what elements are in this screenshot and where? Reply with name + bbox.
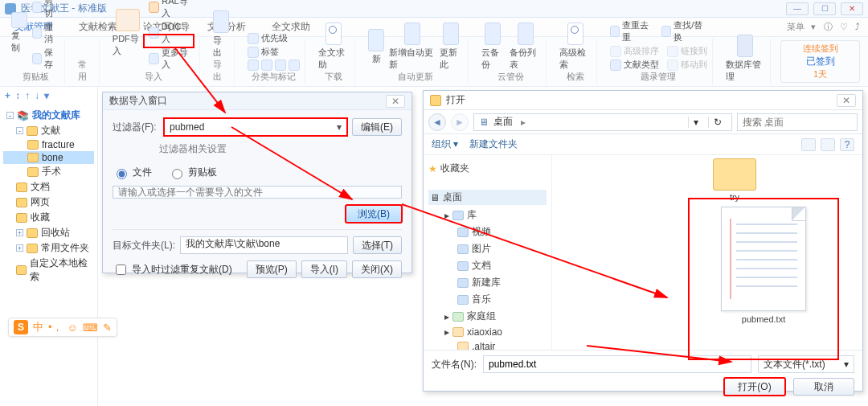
file-nav-tree[interactable]: ★收藏夹 🖥桌面 ▸库 视频 图片 文档 新建库 音乐 ▸家庭组 ▸xiaoxi…	[424, 155, 552, 350]
common-group-label: 常用	[78, 59, 94, 83]
expand-icon[interactable]: -	[16, 127, 23, 134]
tree-item[interactable]: 手术	[42, 165, 61, 178]
dialog-titlebar[interactable]: 数据导入窗口 ✕	[103, 92, 411, 110]
opt-file-radio[interactable]	[117, 169, 127, 179]
expand-icon[interactable]: +	[16, 244, 23, 252]
tag-button[interactable]: 标签	[248, 46, 279, 58]
sidebar-toolbar[interactable]: +↕↑↓▾	[0, 87, 97, 105]
close-button[interactable]: ✕	[841, 2, 863, 15]
select-target-button[interactable]: 选择(T)	[353, 236, 402, 254]
new-button[interactable]: 新	[368, 29, 384, 65]
export-button[interactable]: 导出	[213, 10, 229, 59]
more-import-button[interactable]: 更多导入	[149, 47, 194, 71]
docs-node[interactable]: 文档	[428, 257, 547, 274]
adv-search-button[interactable]: 高级检索	[559, 23, 591, 71]
folder-icon	[16, 198, 27, 207]
pics-node[interactable]: 图片	[428, 240, 547, 257]
breadcrumb[interactable]: 🖥 桌面 ▸ ▾ ↻	[473, 113, 732, 131]
preview-button[interactable]: 预览(P)	[247, 260, 297, 278]
search-group-label: 检索	[567, 71, 584, 83]
cloud-backup-button[interactable]: 云备份	[481, 23, 505, 71]
new-folder-button[interactable]: 新建文件夹	[469, 137, 518, 151]
homegroup-node[interactable]: ▸家庭组	[428, 308, 547, 325]
sign-hint: 连续签到	[803, 43, 838, 55]
pdf-import-button[interactable]: PDF导入	[113, 9, 144, 57]
db-manage-button[interactable]: 数据库管理	[726, 35, 765, 83]
folder-item-try[interactable]: try	[713, 158, 756, 202]
filter-combobox[interactable]: pubmed ▾	[164, 118, 347, 136]
fulltext-button[interactable]: 全文求助	[318, 23, 350, 71]
folder-tree[interactable]: -📚我的文献库 -文献 fracture bone 手术 文档 网页 收藏 +回…	[0, 105, 97, 288]
copy-button[interactable]: 复制	[11, 12, 27, 54]
maximize-button[interactable]: ☐	[813, 2, 836, 15]
back-button[interactable]: ◄	[428, 113, 446, 131]
chevron-down-icon[interactable]: ▾	[337, 121, 342, 133]
tree-root[interactable]: 我的文献库	[32, 109, 80, 122]
file-cancel-button[interactable]: 取消	[793, 378, 854, 396]
file-dialog-close-button[interactable]: ✕	[837, 94, 856, 107]
file-dialog-toolbar: 组织 ▾ 新建文件夹 ?	[424, 134, 862, 155]
ref-type-button[interactable]: 文献类型	[610, 59, 659, 71]
file-item-pubmed[interactable]	[721, 207, 806, 311]
desktop-node[interactable]: 🖥桌面	[428, 190, 547, 205]
import-button[interactable]: 导入(I)	[301, 260, 347, 278]
dialog-close-button[interactable]: ✕	[386, 95, 405, 108]
music-node[interactable]: 音乐	[428, 291, 547, 308]
altair-node[interactable]: .altair	[428, 339, 547, 350]
ribbon: 复制 剪切 撤消 保存 剪贴板 常用 PDF导入 RAL导入 DOC导入 更多导…	[0, 37, 868, 87]
icons-row[interactable]	[248, 59, 300, 71]
filter-setting-link[interactable]: 过滤器相关设置	[113, 142, 402, 156]
opt-clipboard-radio[interactable]	[172, 169, 182, 179]
update-this-button[interactable]: 更新此	[440, 23, 463, 71]
minimize-button[interactable]: —	[786, 2, 809, 15]
view-mode-button[interactable]	[801, 138, 816, 151]
favorites-group[interactable]: ★收藏夹	[428, 162, 547, 175]
tree-item[interactable]: 常用文件夹	[41, 241, 89, 255]
file-list-area[interactable]: try pubmed.txt	[552, 155, 862, 350]
file-open-button[interactable]: 打开(O)	[724, 378, 785, 396]
ribbon-group-clipboard: 复制 剪切 撤消 保存 剪贴板	[6, 39, 65, 84]
sign-panel[interactable]: 连续签到 已签到 1天	[780, 40, 860, 83]
backup-list-button[interactable]: 备份列表	[510, 23, 541, 71]
video-node[interactable]: 视频	[428, 224, 547, 240]
dedupe-check[interactable]	[116, 265, 126, 275]
organize-dropdown[interactable]: 组织 ▾	[432, 137, 458, 151]
tree-item[interactable]: fracture	[42, 139, 75, 150]
undo-button[interactable]: 撤消	[32, 21, 59, 45]
lib-node[interactable]: ▸库	[428, 207, 547, 224]
expand-icon[interactable]: +	[16, 229, 23, 236]
right-menu[interactable]: 菜单▾ ⓘ ♡ ⤴	[787, 21, 860, 33]
breadcrumb-dropdown[interactable]: ▾	[688, 117, 703, 128]
ribbon-group-search: 高级检索 检索	[555, 39, 596, 84]
newlib-node[interactable]: 新建库	[428, 274, 547, 291]
tree-item[interactable]: 文档	[31, 180, 50, 194]
preview-pane-button[interactable]	[821, 138, 835, 151]
browse-button[interactable]: 浏览(B)	[346, 205, 402, 223]
help-button[interactable]: ?	[840, 138, 854, 151]
user-node[interactable]: ▸xiaoxiao	[428, 325, 547, 339]
refresh-button[interactable]: ↻	[708, 117, 727, 128]
file-search-input[interactable]	[737, 113, 858, 131]
tree-item[interactable]: 文献	[41, 124, 60, 137]
tree-item[interactable]: 回收站	[41, 226, 70, 240]
tree-item[interactable]: 收藏	[31, 211, 50, 224]
priority-button[interactable]: 优先级	[248, 32, 288, 44]
add-auto-button[interactable]: 新增自动更新	[389, 23, 435, 71]
opt-clipboard[interactable]: 剪贴板	[168, 166, 217, 179]
find-replace-button[interactable]: 查找/替换	[661, 19, 707, 43]
opt-file[interactable]: 文件	[113, 166, 152, 179]
edit-filter-button[interactable]: 编辑(E)	[352, 118, 402, 136]
tree-item[interactable]: 网页	[31, 195, 50, 209]
file-dialog-titlebar[interactable]: 打开 ✕	[424, 91, 862, 110]
dedupe-button[interactable]: 查重去重	[610, 19, 653, 43]
ime-bar[interactable]: S 中 •， ☺ ⌨ ✎	[8, 318, 117, 337]
cancel-button[interactable]: 关闭(X)	[352, 260, 402, 278]
save-button[interactable]: 保存	[32, 47, 59, 71]
tree-item[interactable]: 自定义本地检索	[30, 256, 92, 284]
dedupe-checkbox[interactable]: 导入时过滤重复文献(D)	[113, 262, 232, 277]
tree-item-selected[interactable]: bone	[42, 152, 63, 163]
ral-import-button[interactable]: RAL导入	[149, 0, 194, 19]
cut-button[interactable]: 剪切	[32, 0, 59, 19]
import-path-input[interactable]	[113, 186, 402, 199]
expand-icon[interactable]: -	[6, 112, 14, 119]
